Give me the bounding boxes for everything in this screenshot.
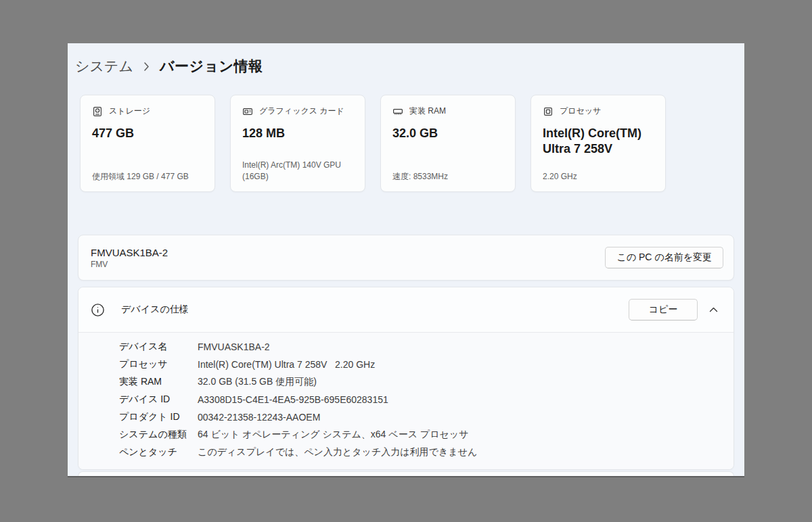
card-label: ストレージ [109,105,150,117]
card-value: 128 MB [242,126,353,141]
breadcrumb: システム バージョン情報 [75,57,263,76]
card-detail: 速度: 8533MHz [392,171,503,183]
graphics-card: グラフィックス カード 128 MB Intel(R) Arc(TM) 140V… [230,95,365,192]
breadcrumb-system[interactable]: システム [75,57,133,76]
spec-row-device-name: デバイス名 FMVUASK1BA-2 [119,338,720,356]
device-specs-header[interactable]: デバイスの仕様 コピー [78,287,734,332]
device-specs-title: デバイスの仕様 [121,304,189,316]
storage-card: ストレージ 477 GB 使用領域 129 GB / 477 GB [80,95,215,192]
spec-row-system-type: システムの種類 64 ビット オペレーティング システム、x64 ベース プロセ… [119,426,720,444]
card-value: 477 GB [92,126,203,141]
spec-row-device-id: デバイス ID A3308D15-C4E1-4EA5-925B-695E6028… [119,391,720,408]
device-domain: FMV [91,260,168,269]
ram-icon [392,106,403,117]
spec-row-product-id: プロダクト ID 00342-21358-12243-AAOEM [119,408,720,426]
card-value: 32.0 GB [392,126,503,141]
card-detail: 2.20 GHz [543,171,654,183]
next-section-sliver[interactable] [78,471,734,477]
ram-card: 実装 RAM 32.0 GB 速度: 8533MHz [380,95,516,192]
processor-card: プロセッサ Intel(R) Core(TM) Ultra 7 258V 2.2… [531,95,666,192]
device-specs-body: デバイス名 FMVUASK1BA-2 プロセッサ Intel(R) Core(T… [78,332,734,469]
card-detail: 使用領域 129 GB / 477 GB [92,171,203,183]
card-value: Intel(R) Core(TM) Ultra 7 258V [543,126,654,158]
storage-icon [92,106,103,117]
device-specs-card: デバイスの仕様 コピー デバイス名 FMVUASK1BA-2 プロセッサ Int… [78,287,734,470]
spec-row-processor: プロセッサ Intel(R) Core(TM) Ultra 7 258V 2.2… [119,356,720,373]
card-label: グラフィックス カード [259,105,344,117]
card-label: 実装 RAM [409,105,446,117]
card-detail: Intel(R) Arc(TM) 140V GPU (16GB) [242,160,353,183]
gpu-icon [242,106,253,117]
card-label: プロセッサ [560,105,601,117]
device-name-card: FMVUASK1BA-2 FMV この PC の名前を変更 [78,235,734,281]
chevron-up-icon[interactable] [703,300,723,320]
spec-row-ram: 実装 RAM 32.0 GB (31.5 GB 使用可能) [119,373,720,391]
cpu-icon [543,106,554,117]
settings-window: システム バージョン情報 ストレージ 477 GB 使用領域 129 GB [68,43,744,477]
copy-button[interactable]: コピー [629,299,698,321]
spec-row-pen-touch: ペンとタッチ このディスプレイでは、ペン入力とタッチ入力は利用できません [119,444,720,461]
device-name: FMVUASK1BA-2 [91,247,168,258]
page-title: バージョン情報 [160,57,263,76]
info-icon [91,303,105,317]
rename-pc-button[interactable]: この PC の名前を変更 [605,247,723,268]
summary-cards-row: ストレージ 477 GB 使用領域 129 GB / 477 GB グラフィック… [80,95,666,192]
chevron-right-icon [143,62,150,72]
